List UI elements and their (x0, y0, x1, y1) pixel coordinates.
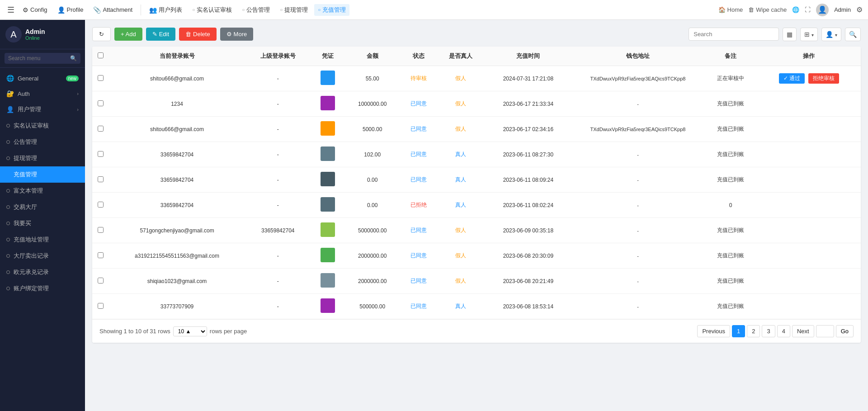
nav-fullscreen[interactable]: ⛶ (805, 6, 811, 13)
recharge-icon: ○ (318, 7, 321, 12)
admin-settings-icon[interactable]: ⚙ (856, 5, 863, 14)
hamburger-icon[interactable]: ☰ (5, 3, 16, 17)
page-1-button[interactable]: 1 (732, 325, 745, 337)
voucher-image (321, 71, 335, 85)
current-login-cell: a31921215545511563@gmail.com (108, 243, 245, 269)
brand-status: Online (25, 35, 45, 41)
is-real-cell: 假人 (437, 91, 485, 117)
nav-divider (141, 5, 141, 15)
account-bind-dot (6, 287, 10, 290)
voucher-cell (311, 294, 345, 319)
sidebar-item-recharge[interactable]: 充值管理 (0, 166, 85, 183)
more-icon: ⚙ (226, 31, 232, 38)
nav-user-list[interactable]: 👥 用户列表 (146, 4, 186, 16)
go-button[interactable]: Go (836, 325, 854, 337)
sidebar-item-trade-hall[interactable]: 交易大厅 (0, 199, 85, 215)
sidebar-item-general[interactable]: 🌐 General new (0, 71, 85, 86)
row-checkbox[interactable] (98, 303, 104, 309)
wallet-address-cell: - (572, 243, 704, 269)
wallet-address-cell: TXdDwuxVpR9zFia5reqr3EAQics9TCKpp8 (572, 117, 704, 142)
sidebar-item-announcement[interactable]: 公告管理 (0, 134, 85, 150)
admin-name[interactable]: Admin (834, 6, 851, 13)
nav-profile[interactable]: 👤 Profile (54, 5, 87, 15)
delete-button[interactable]: 🗑 Delete (179, 28, 217, 41)
row-checkbox[interactable] (98, 100, 104, 106)
remark-cell: 充值已到账 (704, 142, 757, 167)
filter-button[interactable]: 👤 ▾ (821, 28, 841, 41)
nav-recharge[interactable]: ○ 充值管理 (314, 4, 349, 16)
table-row: 33773707909 - 500000.00 已同意 真人 2023-06-0… (92, 294, 861, 319)
remark-cell: 充值已到账 (704, 294, 757, 319)
view-table-button[interactable]: ▦ (783, 28, 797, 41)
sidebar-item-realname[interactable]: 实名认证审核 (0, 118, 85, 134)
search-input[interactable] (689, 28, 779, 41)
go-to-page-input[interactable] (816, 325, 834, 337)
row-checkbox[interactable] (98, 151, 104, 157)
sidebar-item-recharge-addr[interactable]: 充值地址管理 (0, 231, 85, 248)
amount-cell: 55.00 (345, 66, 400, 91)
is-real-value: 真人 (455, 151, 466, 157)
approve-button[interactable]: ✓ 通过 (779, 73, 805, 84)
sidebar-item-user-mgmt[interactable]: 👤 用户管理 › (0, 101, 85, 118)
nav-translate[interactable]: 🌐 (792, 6, 799, 13)
page-2-button[interactable]: 2 (747, 325, 760, 337)
recharge-addr-dot (6, 238, 10, 241)
row-checkbox[interactable] (98, 75, 104, 81)
nav-withdrawal[interactable]: ○ 提现管理 (276, 4, 311, 16)
sidebar-item-hall-sell[interactable]: 大厅卖出记录 (0, 248, 85, 264)
wallet-address-cell: - (572, 91, 704, 117)
sidebar-item-withdrawal[interactable]: 提现管理 (0, 150, 85, 166)
sidebar-item-euro[interactable]: 欧元承兑记录 (0, 264, 85, 280)
nav-realname[interactable]: ○ 实名认证审核 (189, 4, 236, 16)
nav-config[interactable]: ⚙ Config (19, 5, 51, 15)
admin-avatar[interactable]: 👤 (816, 4, 829, 16)
status-badge: 已同意 (410, 252, 427, 259)
is-real-value: 假人 (455, 75, 466, 81)
view-grid-button[interactable]: ⊞ ▾ (800, 28, 818, 41)
row-checkbox-cell (92, 142, 108, 167)
remark-cell: 充值已到账 (704, 117, 757, 142)
select-all-checkbox[interactable] (98, 52, 104, 58)
row-checkbox[interactable] (98, 126, 104, 132)
top-navbar: ☰ ⚙ Config 👤 Profile 📎 Attachment 👥 用户列表… (0, 0, 868, 20)
more-button[interactable]: ⚙ More (220, 28, 254, 41)
edit-button[interactable]: ✎ Edit (146, 28, 175, 41)
search-button[interactable]: 🔍 (845, 28, 861, 41)
auth-icon: 🔐 (6, 90, 14, 97)
nav-announcement[interactable]: ○ 公告管理 (238, 4, 274, 16)
previous-button[interactable]: Previous (697, 325, 730, 337)
reject-button[interactable]: 拒绝审核 (808, 73, 839, 84)
nav-wipe-cache[interactable]: 🗑 Wipe cache (748, 6, 787, 13)
parent-login-cell: - (245, 193, 310, 218)
is-real-value: 假人 (455, 100, 466, 107)
announcement-dot (6, 140, 10, 144)
page-4-button[interactable]: 4 (777, 325, 790, 337)
nav-home[interactable]: 🏠 Home (718, 6, 743, 13)
voucher-cell (311, 193, 345, 218)
general-icon: 🌐 (6, 75, 14, 82)
nav-attachment[interactable]: 📎 Attachment (90, 5, 136, 15)
voucher-image (321, 96, 335, 110)
is-real-value: 假人 (455, 227, 466, 233)
col-parent-login: 上级登录账号 (245, 47, 310, 66)
next-button[interactable]: Next (792, 325, 814, 337)
voucher-cell (311, 243, 345, 269)
add-button[interactable]: + Add (114, 28, 142, 41)
hall-sell-dot (6, 254, 10, 258)
row-checkbox[interactable] (98, 227, 104, 233)
status-cell: 已同意 (400, 218, 437, 243)
sidebar-item-account-bind[interactable]: 账户绑定管理 (0, 280, 85, 297)
action-cell (757, 117, 861, 142)
rows-per-page-select[interactable]: 10 ▲ 20 50 100 (173, 326, 207, 336)
refresh-button[interactable]: ↻ (92, 27, 111, 41)
sidebar-item-i-buy[interactable]: 我要买 (0, 215, 85, 231)
page-3-button[interactable]: 3 (762, 325, 775, 337)
row-checkbox[interactable] (98, 176, 104, 182)
sidebar-item-auth[interactable]: 🔐 Auth › (0, 86, 85, 101)
sidebar-item-rich-text[interactable]: 富文本管理 (0, 183, 85, 199)
row-checkbox[interactable] (98, 278, 104, 283)
wallet-address-cell: - (572, 269, 704, 294)
row-checkbox[interactable] (98, 202, 104, 208)
row-checkbox[interactable] (98, 252, 104, 258)
sidebar-search-input[interactable] (5, 53, 80, 64)
